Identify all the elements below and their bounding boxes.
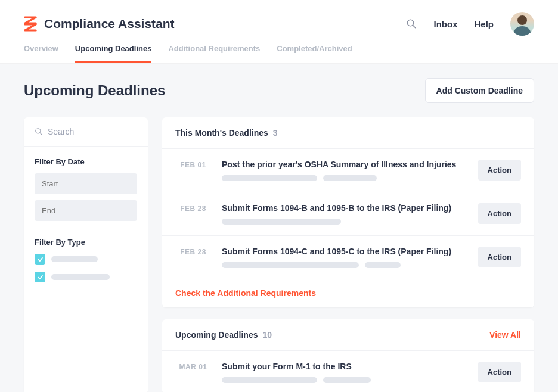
filter-end-input[interactable] xyxy=(35,200,137,221)
checkbox-checked[interactable] xyxy=(35,254,45,265)
deadline-meta xyxy=(222,175,467,181)
add-custom-deadline-button[interactable]: Add Custom Deadline xyxy=(425,78,534,103)
deadline-date: FEB 28 xyxy=(175,203,211,213)
deadline-date: MAR 01 xyxy=(175,362,211,371)
placeholder-skeleton xyxy=(51,256,98,262)
deadline-content: Submit Forms 1094-C and 1095-C to the IR… xyxy=(222,247,467,268)
check-icon xyxy=(37,256,44,263)
deadline-title: Submit Forms 1094-C and 1095-C to the IR… xyxy=(222,247,467,256)
tab-additional-requirements[interactable]: Additional Requirements xyxy=(168,44,260,63)
card-title: Upcoming Deadlines xyxy=(175,330,258,340)
deadline-title: Post the prior year's OSHA Summary of Il… xyxy=(222,160,467,169)
placeholder-skeleton xyxy=(323,175,377,181)
filter-type-option xyxy=(35,254,137,265)
filter-by-type: Filter By Type xyxy=(24,238,148,300)
placeholder-skeleton xyxy=(222,175,317,181)
deadline-date: FEB 28 xyxy=(175,247,211,256)
checkbox-checked[interactable] xyxy=(35,272,45,282)
check-icon xyxy=(37,274,44,281)
deadline-row: MAR 01 Submit your Form M-1 to the IRS A… xyxy=(162,351,534,392)
placeholder-skeleton xyxy=(51,274,110,280)
check-additional-requirements-link[interactable]: Check the Additional Requirements xyxy=(162,279,534,307)
upcoming-card: Upcoming Deadlines 10 View All MAR 01 Su… xyxy=(162,319,534,392)
card-count: 3 xyxy=(273,128,278,138)
filter-sidebar: Filter By Date Filter By Type xyxy=(24,117,148,392)
deadline-meta xyxy=(222,219,467,225)
tab-completed-archived[interactable]: Completed/Archived xyxy=(277,44,352,63)
card-count: 10 xyxy=(262,330,272,340)
avatar[interactable] xyxy=(510,12,534,36)
action-button[interactable]: Action xyxy=(478,362,521,382)
app-title: Compliance Assistant xyxy=(44,17,175,31)
view-all-link[interactable]: View All xyxy=(489,330,521,340)
deadline-title: Submit Forms 1094-B and 1095-B to the IR… xyxy=(222,203,467,213)
action-button[interactable]: Action xyxy=(478,203,521,224)
card-title: This Month's Deadlines xyxy=(175,128,268,138)
placeholder-skeleton xyxy=(222,262,359,268)
logo-wrap: Compliance Assistant xyxy=(24,16,175,32)
this-month-card: This Month's Deadlines 3 FEB 01 Post the… xyxy=(162,117,534,307)
search-input[interactable] xyxy=(48,127,137,136)
top-right-actions: Inbox Help xyxy=(406,12,534,36)
tab-overview[interactable]: Overview xyxy=(24,44,58,63)
deadline-meta xyxy=(222,377,467,383)
filter-by-date-label: Filter By Date xyxy=(35,157,137,166)
action-button[interactable]: Action xyxy=(478,247,521,267)
top-bar: Compliance Assistant Inbox Help xyxy=(0,0,558,36)
deadline-title: Submit your Form M-1 to the IRS xyxy=(222,362,467,371)
filter-type-option xyxy=(35,272,137,282)
card-head: This Month's Deadlines 3 xyxy=(162,117,534,149)
deadline-meta xyxy=(222,262,467,268)
card-head: Upcoming Deadlines 10 View All xyxy=(162,319,534,351)
deadline-content: Submit your Form M-1 to the IRS xyxy=(222,362,467,383)
placeholder-skeleton xyxy=(323,377,371,383)
page-body: Upcoming Deadlines Add Custom Deadline F… xyxy=(0,64,558,392)
page-head: Upcoming Deadlines Add Custom Deadline xyxy=(24,78,534,103)
sidebar-search[interactable] xyxy=(24,117,148,147)
inbox-link[interactable]: Inbox xyxy=(433,19,457,29)
main-content: This Month's Deadlines 3 FEB 01 Post the… xyxy=(162,117,534,392)
filter-by-type-label: Filter By Type xyxy=(35,238,137,247)
search-icon xyxy=(35,127,43,136)
action-button[interactable]: Action xyxy=(478,160,521,181)
deadline-row: FEB 28 Submit Forms 1094-C and 1095-C to… xyxy=(162,236,534,279)
deadline-row: FEB 28 Submit Forms 1094-B and 1095-B to… xyxy=(162,192,534,236)
placeholder-skeleton xyxy=(222,219,341,225)
page-title: Upcoming Deadlines xyxy=(24,82,165,99)
deadline-content: Submit Forms 1094-B and 1095-B to the IR… xyxy=(222,203,467,225)
zenefits-logo-icon xyxy=(24,16,37,32)
svg-line-3 xyxy=(40,133,42,135)
content-layout: Filter By Date Filter By Type xyxy=(24,117,534,392)
filter-start-input[interactable] xyxy=(35,173,137,194)
deadline-row: FEB 01 Post the prior year's OSHA Summar… xyxy=(162,149,534,192)
svg-line-1 xyxy=(413,26,416,28)
nav-tabs: Overview Upcoming Deadlines Additional R… xyxy=(0,36,558,64)
deadline-date: FEB 01 xyxy=(175,160,211,169)
help-link[interactable]: Help xyxy=(474,19,494,29)
placeholder-skeleton xyxy=(222,377,317,383)
filter-by-date: Filter By Date xyxy=(24,147,148,238)
search-icon[interactable] xyxy=(406,18,417,29)
deadline-content: Post the prior year's OSHA Summary of Il… xyxy=(222,160,467,181)
tab-upcoming-deadlines[interactable]: Upcoming Deadlines xyxy=(75,44,152,63)
placeholder-skeleton xyxy=(365,262,401,268)
